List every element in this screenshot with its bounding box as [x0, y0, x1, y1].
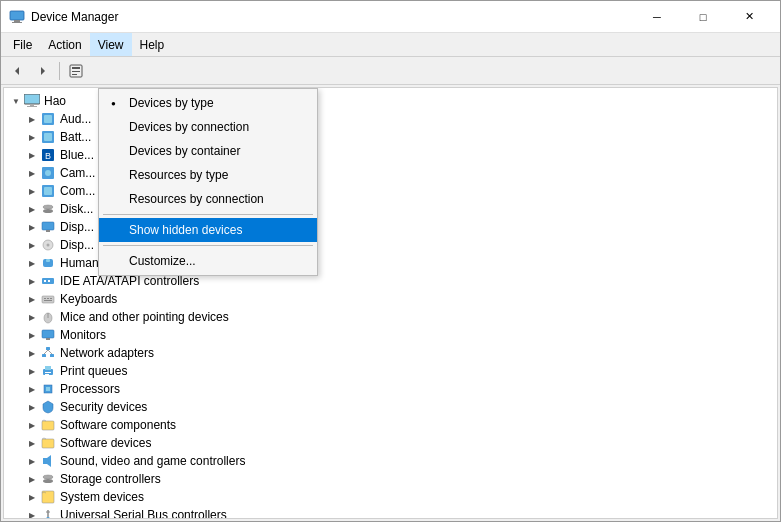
- menu-devices-by-container[interactable]: Devices by container: [99, 139, 317, 163]
- svg-point-19: [45, 170, 51, 176]
- tree-item-software-components[interactable]: ▶ Software components: [4, 416, 777, 434]
- menu-file[interactable]: File: [5, 33, 40, 56]
- expand-icon[interactable]: ▶: [24, 237, 40, 253]
- system-icon: [40, 489, 56, 505]
- expand-icon[interactable]: ▶: [24, 273, 40, 289]
- tree-item-system[interactable]: ▶ System devices: [4, 488, 777, 506]
- svg-rect-59: [42, 491, 54, 503]
- mice-label: Mice and other pointing devices: [60, 310, 229, 324]
- expand-icon[interactable]: ▶: [24, 219, 40, 235]
- svg-point-60: [46, 517, 50, 519]
- tree-item-software-devices[interactable]: ▶ Software devices: [4, 434, 777, 452]
- tree-item-monitors[interactable]: ▶ Monitors: [4, 326, 777, 344]
- svg-marker-4: [41, 67, 45, 75]
- expand-icon[interactable]: ▶: [24, 327, 40, 343]
- menu-separator-1: [103, 214, 313, 215]
- expand-icon[interactable]: ▶: [24, 471, 40, 487]
- system-label: System devices: [60, 490, 144, 504]
- software-components-label: Software components: [60, 418, 176, 432]
- bluetooth-icon: B: [40, 147, 56, 163]
- back-button[interactable]: [5, 59, 29, 83]
- keyboard-icon: [40, 291, 56, 307]
- svg-rect-1: [14, 20, 20, 22]
- expand-icon[interactable]: ▶: [24, 183, 40, 199]
- menu-devices-by-type[interactable]: Devices by type: [99, 91, 317, 115]
- root-expand-icon[interactable]: ▼: [8, 93, 24, 109]
- software-icon: [40, 417, 56, 433]
- expand-icon[interactable]: ▶: [24, 417, 40, 433]
- tree-item-security[interactable]: ▶ Security devices: [4, 398, 777, 416]
- menu-resources-by-type[interactable]: Resources by type: [99, 163, 317, 187]
- svg-rect-49: [45, 372, 51, 373]
- svg-rect-37: [44, 300, 52, 301]
- ide-icon: [40, 273, 56, 289]
- svg-rect-15: [44, 133, 52, 141]
- toolbar-separator: [59, 62, 60, 80]
- network-icon: [40, 345, 56, 361]
- svg-rect-48: [45, 366, 51, 370]
- print-label: Print queues: [60, 364, 127, 378]
- minimize-button[interactable]: ─: [634, 7, 680, 27]
- device-tree[interactable]: ▼ Hao ▶ Aud... ▶: [3, 87, 778, 519]
- expand-icon[interactable]: ▶: [24, 129, 40, 145]
- expand-icon[interactable]: ▶: [24, 453, 40, 469]
- monitors-label: Monitors: [60, 328, 106, 342]
- forward-icon: [37, 65, 49, 77]
- menu-devices-by-connection[interactable]: Devices by connection: [99, 115, 317, 139]
- tree-item-sound[interactable]: ▶ Sound, video and game controllers: [4, 452, 777, 470]
- close-button[interactable]: ✕: [726, 7, 772, 27]
- forward-button[interactable]: [31, 59, 55, 83]
- tree-item-print[interactable]: ▶ Print queues: [4, 362, 777, 380]
- svg-rect-31: [44, 280, 46, 282]
- tree-item-usb[interactable]: ▶ Universal Serial Bus controllers: [4, 506, 777, 519]
- cameras-label: Cam...: [60, 166, 95, 180]
- bluetooth-label: Blue...: [60, 148, 94, 162]
- menu-separator-2: [103, 245, 313, 246]
- tree-item-mice[interactable]: ▶ Mice and other pointing devices: [4, 308, 777, 326]
- display-label: Disp...: [60, 220, 94, 234]
- menu-view[interactable]: View: [90, 33, 132, 56]
- menu-resources-by-connection[interactable]: Resources by connection: [99, 187, 317, 211]
- expand-icon[interactable]: ▶: [24, 111, 40, 127]
- tree-item-storage[interactable]: ▶ Storage controllers: [4, 470, 777, 488]
- usb-icon: [40, 507, 56, 519]
- content-area: ▼ Hao ▶ Aud... ▶: [1, 85, 780, 521]
- maximize-button[interactable]: □: [680, 7, 726, 27]
- expand-icon[interactable]: ▶: [24, 363, 40, 379]
- menu-customize[interactable]: Customize...: [99, 249, 317, 273]
- expand-icon[interactable]: ▶: [24, 507, 40, 519]
- expand-icon[interactable]: ▶: [24, 255, 40, 271]
- svg-marker-56: [47, 455, 51, 467]
- svg-rect-25: [46, 230, 50, 232]
- properties-button[interactable]: [64, 59, 88, 83]
- svg-rect-13: [44, 115, 52, 123]
- print-icon: [40, 363, 56, 379]
- menu-show-hidden[interactable]: Show hidden devices: [99, 218, 317, 242]
- expand-icon[interactable]: ▶: [24, 399, 40, 415]
- menu-help[interactable]: Help: [132, 33, 173, 56]
- svg-marker-3: [15, 67, 19, 75]
- usb-label: Universal Serial Bus controllers: [60, 508, 227, 519]
- expand-icon[interactable]: ▶: [24, 345, 40, 361]
- expand-icon[interactable]: ▶: [24, 489, 40, 505]
- storage-icon: [40, 471, 56, 487]
- tree-item-network[interactable]: ▶ Network adapters: [4, 344, 777, 362]
- expand-icon[interactable]: ▶: [24, 381, 40, 397]
- tree-item-keyboards[interactable]: ▶ Keyboards: [4, 290, 777, 308]
- svg-point-58: [43, 475, 53, 479]
- expand-icon[interactable]: ▶: [24, 201, 40, 217]
- menu-action[interactable]: Action: [40, 33, 89, 56]
- svg-point-22: [43, 209, 53, 213]
- svg-rect-32: [48, 280, 50, 282]
- expand-icon[interactable]: ▶: [24, 291, 40, 307]
- expand-icon[interactable]: ▶: [24, 147, 40, 163]
- expand-icon[interactable]: ▶: [24, 165, 40, 181]
- svg-rect-7: [72, 71, 80, 72]
- svg-point-23: [43, 205, 53, 209]
- processor-icon: [40, 381, 56, 397]
- expand-icon[interactable]: ▶: [24, 435, 40, 451]
- dvd-icon: [40, 237, 56, 253]
- expand-icon[interactable]: ▶: [24, 309, 40, 325]
- window-controls: ─ □ ✕: [634, 7, 772, 27]
- tree-item-processors[interactable]: ▶ Processors: [4, 380, 777, 398]
